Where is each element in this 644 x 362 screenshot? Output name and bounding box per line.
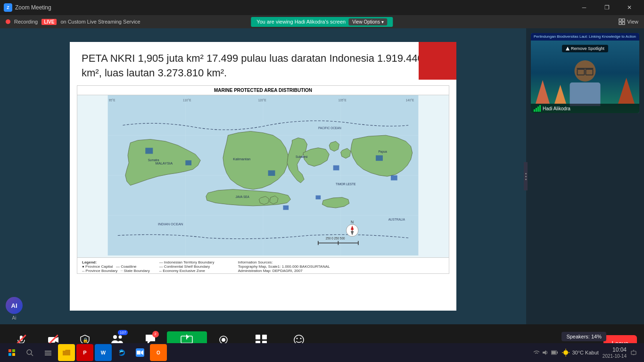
participants-count: 107 bbox=[118, 330, 128, 335]
coral-decoration-1 bbox=[536, 80, 550, 104]
screen-share-notification: You are viewing Hadi Alikodra's screen V… bbox=[251, 17, 393, 27]
person-figure bbox=[570, 60, 601, 106]
weather-widget: 30°C Kabut bbox=[561, 348, 598, 357]
recording-dot bbox=[6, 19, 10, 24]
svg-text:120°E: 120°E bbox=[258, 98, 266, 101]
main-content: PETA NKRI 1,905 juta km² 17.499 pulau lu… bbox=[0, 28, 644, 324]
svg-point-51 bbox=[119, 335, 122, 338]
view-button[interactable]: View bbox=[619, 18, 638, 25]
svg-text:N: N bbox=[351, 220, 354, 224]
windows-taskbar: P W O bbox=[0, 343, 644, 362]
streaming-label: on Custom Live Streaming Service bbox=[60, 19, 140, 25]
svg-rect-78 bbox=[557, 352, 558, 354]
taskbar-task-view[interactable] bbox=[40, 344, 57, 361]
svg-text:Papua: Papua bbox=[378, 150, 387, 154]
indonesia-map: MALAYSIA Kalimantan Sumatra JAVA SEA PAC… bbox=[77, 95, 449, 255]
svg-text:135°E: 135°E bbox=[338, 98, 346, 101]
svg-rect-3 bbox=[622, 22, 625, 25]
view-toggle: View bbox=[619, 18, 638, 25]
svg-rect-65 bbox=[12, 349, 15, 352]
svg-rect-71 bbox=[45, 353, 51, 354]
sidebar: Perlindungan Biodiversitas Laut: Linking… bbox=[526, 28, 644, 324]
svg-rect-67 bbox=[12, 353, 15, 356]
svg-text:250   0   250  500: 250 0 250 500 bbox=[326, 237, 345, 240]
speakers-popup: Speakers: 14% bbox=[561, 332, 606, 341]
video-top-bar: Perlindungan Biodiversitas Laut: Linking… bbox=[531, 33, 639, 41]
svg-rect-13 bbox=[268, 170, 275, 176]
svg-rect-85 bbox=[631, 351, 636, 354]
video-presentation-title: Perlindungan Biodiversitas Laut: Linking… bbox=[534, 34, 636, 39]
svg-rect-16 bbox=[391, 175, 397, 181]
taskbar-powerpoint[interactable]: P bbox=[76, 344, 93, 361]
svg-text:95°E: 95°E bbox=[109, 98, 116, 101]
taskbar-office[interactable]: O bbox=[150, 344, 167, 361]
svg-line-69 bbox=[31, 354, 33, 356]
taskbar-search[interactable] bbox=[21, 344, 38, 361]
svg-point-63 bbox=[300, 337, 302, 339]
live-badge: LIVE bbox=[41, 19, 57, 25]
title-bar: Z Zoom Meeting ─ ❐ ✕ bbox=[0, 0, 644, 15]
view-label: View bbox=[627, 19, 638, 25]
divider-handle[interactable] bbox=[524, 162, 528, 190]
svg-rect-70 bbox=[45, 351, 51, 352]
close-button[interactable]: ✕ bbox=[619, 0, 640, 15]
svg-text:Sumatra: Sumatra bbox=[148, 158, 159, 162]
svg-text:TIMOR LESTE: TIMOR LESTE bbox=[336, 182, 355, 186]
battery-icon bbox=[551, 349, 558, 356]
taskbar-icons: P W O bbox=[21, 344, 533, 361]
ai-assistant[interactable]: AI Ai bbox=[6, 297, 23, 321]
svg-point-50 bbox=[113, 335, 117, 339]
taskbar-edge[interactable] bbox=[113, 344, 130, 361]
participant-name: Hadi Alikodra bbox=[543, 106, 570, 111]
coral-decoration-3 bbox=[618, 78, 635, 104]
notification-icon[interactable] bbox=[630, 349, 637, 356]
start-button[interactable] bbox=[2, 343, 21, 362]
taskbar-zoom[interactable] bbox=[132, 344, 149, 361]
date: 2021-10-14 bbox=[603, 354, 627, 359]
recording-label: Recording bbox=[14, 19, 38, 25]
svg-text:INDIAN OCEAN: INDIAN OCEAN bbox=[158, 222, 183, 226]
remove-spotlight-button[interactable]: Remove Spotlight bbox=[562, 45, 608, 52]
map-container: MARINE PROTECTED AREA DISTRIBUTION bbox=[77, 85, 449, 274]
svg-text:PACIFIC OCEAN: PACIFIC OCEAN bbox=[318, 126, 341, 130]
svg-rect-64 bbox=[8, 349, 11, 352]
coral-decoration-2 bbox=[554, 85, 566, 104]
svg-rect-14 bbox=[333, 165, 339, 170]
svg-text:🔒: 🔒 bbox=[83, 337, 89, 343]
person-glasses bbox=[577, 68, 594, 73]
slide-title-text: PETA NKRI 1,905 juta km² 17.499 pulau lu… bbox=[70, 42, 456, 85]
notification-bar: Recording LIVE on Custom Live Streaming … bbox=[0, 15, 644, 28]
svg-marker-43 bbox=[566, 47, 570, 50]
svg-rect-18 bbox=[316, 195, 321, 199]
svg-rect-17 bbox=[283, 205, 289, 210]
network-icon bbox=[533, 349, 540, 356]
svg-marker-76 bbox=[543, 350, 546, 355]
svg-rect-66 bbox=[8, 353, 11, 356]
map-legend: Legend: ● Province Capital — Coastline -… bbox=[77, 257, 449, 274]
svg-rect-0 bbox=[619, 19, 621, 21]
viewing-label: You are viewing Hadi Alikodra's screen bbox=[256, 19, 346, 25]
time: 10:04 bbox=[612, 346, 627, 353]
slide-content: PETA NKRI 1,905 juta km² 17.499 pulau lu… bbox=[70, 42, 456, 311]
ai-icon: AI bbox=[6, 297, 23, 314]
minimize-button[interactable]: ─ bbox=[573, 0, 595, 15]
app-icon: Z bbox=[4, 3, 12, 12]
person-head bbox=[575, 60, 596, 82]
weather-text: 30°C Kabut bbox=[572, 350, 598, 355]
svg-text:Sulawesi: Sulawesi bbox=[296, 155, 307, 158]
map-title: MARINE PROTECTED AREA DISTRIBUTION bbox=[77, 86, 449, 95]
volume-icon bbox=[542, 349, 549, 356]
svg-point-68 bbox=[27, 350, 32, 354]
svg-point-56 bbox=[222, 338, 225, 342]
slide-decoration bbox=[419, 42, 456, 80]
presentation-area: PETA NKRI 1,905 juta km² 17.499 pulau lu… bbox=[0, 28, 526, 324]
svg-rect-57 bbox=[256, 335, 260, 339]
view-options-button[interactable]: View Options ▾ bbox=[348, 18, 388, 25]
restore-button[interactable]: ❐ bbox=[596, 0, 618, 15]
svg-rect-79 bbox=[552, 351, 556, 354]
person-shirt bbox=[570, 82, 601, 106]
taskbar-word[interactable]: W bbox=[95, 344, 112, 361]
taskbar-folder[interactable] bbox=[58, 344, 75, 361]
svg-point-62 bbox=[297, 337, 298, 339]
participant-name-bar: Hadi Alikodra bbox=[531, 104, 639, 113]
